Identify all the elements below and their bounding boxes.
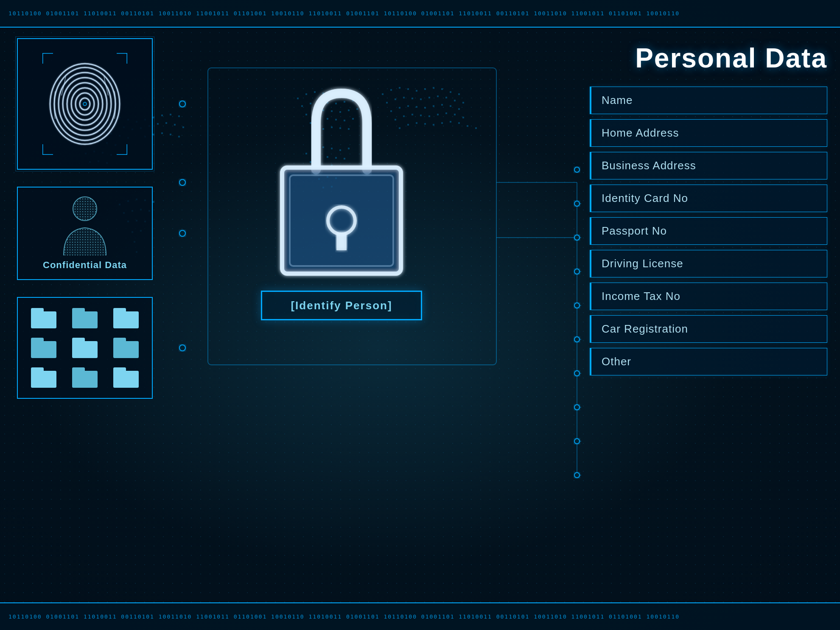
svg-point-231 xyxy=(83,102,87,106)
data-item-home-address: Home Address xyxy=(590,119,827,147)
folder-2 xyxy=(67,306,102,330)
data-items-list: Name Home Address Business Address Ident… xyxy=(590,87,827,375)
folder-3 xyxy=(109,306,143,330)
confidential-data-panel: Confidential Data xyxy=(17,187,153,280)
folder-9 xyxy=(109,366,143,389)
svg-point-221 xyxy=(54,67,115,140)
folder-6 xyxy=(109,336,143,359)
svg-rect-238 xyxy=(282,168,401,274)
svg-point-220 xyxy=(59,73,111,135)
lock-container: [Identify Person] xyxy=(182,55,501,352)
svg-point-215 xyxy=(80,98,90,110)
data-item-income-tax: Income Tax No xyxy=(590,283,827,310)
top-binary-text: 10110100 01001101 11010011 00110101 1001… xyxy=(8,10,680,17)
top-data-strip: 10110100 01001101 11010011 00110101 1001… xyxy=(0,0,840,28)
data-item-car-registration: Car Registration xyxy=(590,315,827,343)
svg-point-219 xyxy=(63,78,107,130)
svg-rect-236 xyxy=(59,196,110,255)
data-item-name: Name xyxy=(590,87,827,114)
padlock-svg xyxy=(261,76,422,288)
identify-person-label: [Identify Person] xyxy=(291,299,392,312)
bottom-binary-text: 10110100 01001101 11010011 00110101 1001… xyxy=(8,613,680,620)
svg-point-232 xyxy=(84,103,86,105)
right-panel: Personal Data Name Home Address Business… xyxy=(577,34,840,602)
data-item-passport: Passport No xyxy=(590,217,827,245)
identify-person-button[interactable]: [Identify Person] xyxy=(261,291,422,320)
person-silhouette-icon xyxy=(59,196,110,255)
folder-4 xyxy=(26,336,61,359)
svg-point-222 xyxy=(50,64,120,144)
data-item-driving-license: Driving License xyxy=(590,250,827,277)
data-item-business-address: Business Address xyxy=(590,152,827,179)
data-item-identity-card: Identity Card No xyxy=(590,185,827,212)
svg-point-216 xyxy=(76,93,94,115)
svg-point-217 xyxy=(71,88,98,120)
fingerprint-icon xyxy=(42,53,127,155)
folders-panel xyxy=(17,297,153,399)
bottom-data-strip: 10110100 01001101 11010011 00110101 1001… xyxy=(0,602,840,630)
personal-data-title: Personal Data xyxy=(590,42,827,74)
folder-7 xyxy=(26,366,61,389)
fingerprint-panel xyxy=(17,38,153,170)
folder-5 xyxy=(67,336,102,359)
data-item-other: Other xyxy=(590,348,827,375)
folder-1 xyxy=(26,306,61,330)
lock-icon xyxy=(261,87,422,278)
folder-8 xyxy=(67,366,102,389)
confidential-data-label: Confidential Data xyxy=(43,260,127,271)
svg-point-218 xyxy=(67,83,103,125)
